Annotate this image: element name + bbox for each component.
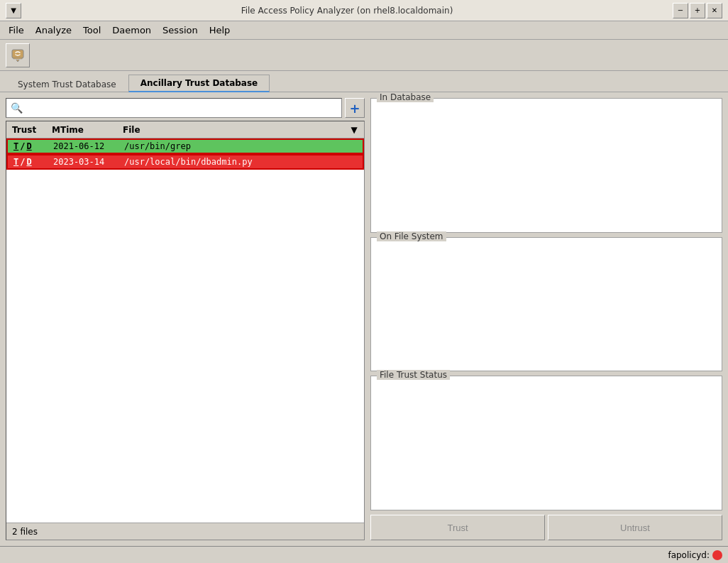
trust-button[interactable]: Trust xyxy=(370,515,545,540)
col-header-file: File xyxy=(123,125,347,135)
untrust-button[interactable]: Untrust xyxy=(548,515,722,540)
maximize-button[interactable]: + xyxy=(690,3,705,18)
menu-file[interactable]: File xyxy=(3,23,30,38)
file-list-container: Trust MTime File ▼ T / D 2021-06-12 /usr… xyxy=(6,121,365,540)
titlebar: ▼ File Access Policy Analyzer (on rhel8.… xyxy=(0,0,728,21)
close-button[interactable]: ✕ xyxy=(707,3,722,18)
on-file-system-label: On File System xyxy=(377,231,446,241)
row-file-0: /usr/bin/grep xyxy=(124,141,360,151)
file-trust-status-content xyxy=(371,376,722,510)
on-file-system-content xyxy=(371,238,722,371)
main-content: 🔍 + Trust MTime File ▼ T / D xyxy=(0,92,728,546)
sort-icon[interactable]: ▼ xyxy=(347,125,361,135)
fapolicyd-status-dot xyxy=(712,550,722,560)
row-trust-1: T / D xyxy=(11,157,53,167)
list-footer: 2 files xyxy=(6,523,364,540)
col-header-mtime: MTime xyxy=(52,125,123,135)
on-file-system-section: On File System xyxy=(370,237,722,372)
in-database-content xyxy=(371,99,722,232)
left-panel: 🔍 + Trust MTime File ▼ T / D xyxy=(6,98,365,540)
search-input-wrap[interactable]: 🔍 xyxy=(6,98,342,118)
row-trust-0: T / D xyxy=(11,141,53,151)
row-mtime-1: 2023-03-14 xyxy=(53,157,124,167)
system-icon[interactable]: ▼ xyxy=(6,3,21,18)
search-input[interactable] xyxy=(26,103,337,114)
menubar: File Analyze Tool Daemon Session Help xyxy=(0,21,728,40)
in-database-label: In Database xyxy=(377,92,434,102)
col-header-trust: Trust xyxy=(9,125,52,135)
menu-daemon[interactable]: Daemon xyxy=(106,23,157,38)
file-trust-status-label: File Trust Status xyxy=(377,370,450,380)
menu-session[interactable]: Session xyxy=(157,23,204,38)
list-body: T / D 2021-06-12 /usr/bin/grep T / D 202… xyxy=(6,138,364,523)
tab-system-trust[interactable]: System Trust Database xyxy=(6,76,128,92)
titlebar-left: ▼ xyxy=(6,3,21,18)
svg-rect-0 xyxy=(12,50,23,58)
menu-analyze[interactable]: Analyze xyxy=(30,23,77,38)
menu-help[interactable]: Help xyxy=(204,23,236,38)
fapolicyd-label: fapolicyd: xyxy=(668,550,710,560)
add-button[interactable]: + xyxy=(345,98,365,118)
toolbar xyxy=(0,40,728,71)
statusbar: fapolicyd: xyxy=(0,546,728,563)
file-trust-status-section: File Trust Status xyxy=(370,376,722,510)
search-bar: 🔍 + xyxy=(6,98,365,118)
minimize-button[interactable]: − xyxy=(673,3,688,18)
svg-rect-1 xyxy=(13,58,22,59)
table-row[interactable]: T / D 2021-06-12 /usr/bin/grep xyxy=(6,138,364,154)
toolbar-refresh-button[interactable] xyxy=(6,43,30,67)
list-header: Trust MTime File ▼ xyxy=(6,121,364,138)
action-bar: Trust Untrust xyxy=(370,515,722,540)
right-panel: In Database On File System File Trust St… xyxy=(370,98,722,540)
table-row[interactable]: T / D 2023-03-14 /usr/local/bin/dbadmin.… xyxy=(6,154,364,170)
window-title: File Access Policy Analyzer (on rhel8.lo… xyxy=(21,6,673,16)
menu-tool[interactable]: Tool xyxy=(77,23,106,38)
row-file-1: /usr/local/bin/dbadmin.py xyxy=(124,157,360,167)
tabs: System Trust Database Ancillary Trust Da… xyxy=(0,71,728,92)
row-mtime-0: 2021-06-12 xyxy=(53,141,124,151)
tab-ancillary-trust[interactable]: Ancillary Trust Database xyxy=(128,75,270,92)
titlebar-controls: − + ✕ xyxy=(673,3,722,18)
in-database-section: In Database xyxy=(370,98,722,233)
search-icon: 🔍 xyxy=(11,102,23,114)
